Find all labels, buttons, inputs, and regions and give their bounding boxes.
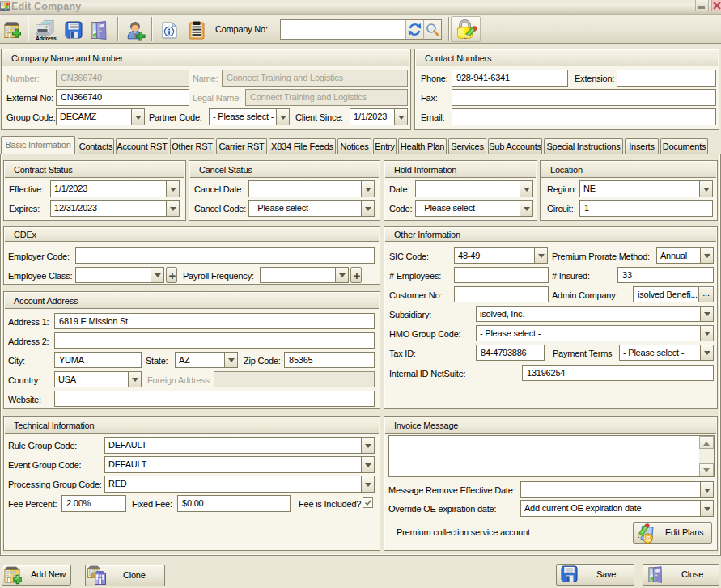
svg-text:Address: Address [36,36,57,41]
svg-text:S: S [646,535,651,543]
